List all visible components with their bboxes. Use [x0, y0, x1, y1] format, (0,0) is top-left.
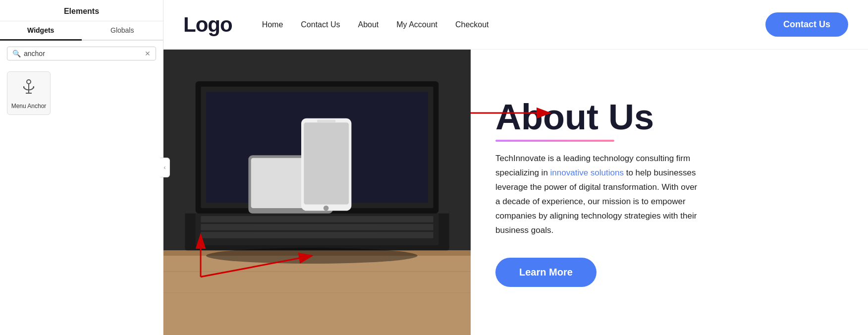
widget-label: Menu Anchor: [11, 103, 47, 110]
hero-image: [163, 50, 471, 335]
nav-home[interactable]: Home: [262, 20, 283, 29]
main-content: Logo Home Contact Us About My Account Ch…: [163, 0, 868, 335]
collapse-panel-handle[interactable]: ‹: [160, 158, 170, 177]
site-logo[interactable]: Logo: [183, 13, 232, 37]
about-title-text: About Us: [495, 98, 654, 137]
nav-links: Home Contact Us About My Account Checkou…: [262, 20, 756, 29]
search-input[interactable]: [24, 50, 143, 57]
svg-point-21: [324, 206, 329, 211]
panel-title: Elements: [0, 0, 163, 21]
about-text-highlight: innovative solutions: [550, 168, 624, 177]
nav-contact[interactable]: Contact Us: [301, 20, 340, 29]
svg-rect-20: [304, 122, 349, 204]
svg-point-0: [27, 80, 31, 84]
svg-rect-13: [201, 232, 433, 238]
search-icon: 🔍: [12, 50, 21, 57]
about-title-underline: [495, 140, 614, 142]
tab-widgets[interactable]: Widgets: [0, 21, 82, 41]
hero-image-section: [163, 50, 471, 335]
search-bar-container: 🔍 ✕: [7, 47, 156, 60]
content-area: About Us TechInnovate is a leading techn…: [163, 50, 868, 335]
svg-rect-12: [201, 224, 433, 230]
clear-search-icon[interactable]: ✕: [145, 50, 151, 57]
svg-rect-11: [201, 216, 433, 223]
left-panel: Elements Widgets Globals 🔍 ✕ Menu Anchor…: [0, 0, 163, 335]
learn-more-button[interactable]: Learn More: [495, 258, 597, 287]
about-text-part2: to help businesses leverage the power of…: [495, 168, 697, 235]
about-title: About Us: [495, 98, 843, 137]
text-section: About Us TechInnovate is a leading techn…: [471, 50, 868, 335]
tabs-row: Widgets Globals: [0, 21, 163, 41]
widget-menu-anchor[interactable]: Menu Anchor: [7, 71, 51, 115]
nav-checkout[interactable]: Checkout: [455, 20, 489, 29]
anchor-icon: [20, 77, 38, 99]
about-description: TechInnovate is a leading technology con…: [495, 152, 704, 237]
nav-about[interactable]: About: [358, 20, 379, 29]
navbar: Logo Home Contact Us About My Account Ch…: [163, 0, 868, 50]
widget-grid: Menu Anchor: [0, 66, 163, 120]
svg-point-23: [206, 248, 418, 264]
tab-globals[interactable]: Globals: [82, 21, 163, 40]
nav-myaccount[interactable]: My Account: [396, 20, 437, 29]
svg-rect-22: [317, 120, 335, 122]
contact-us-button[interactable]: Contact Us: [765, 12, 848, 37]
